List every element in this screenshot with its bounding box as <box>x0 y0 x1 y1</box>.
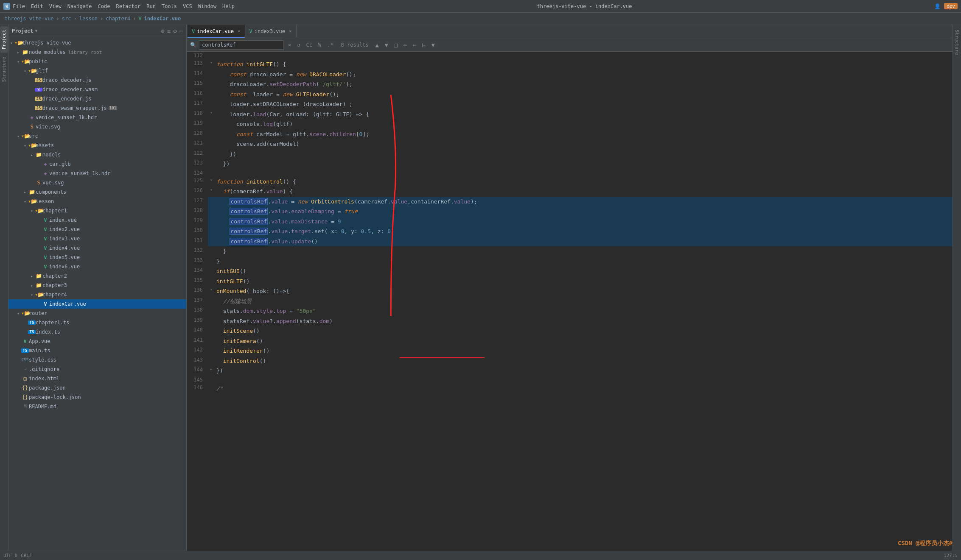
code-content-146[interactable]: /* <box>215 384 953 394</box>
tree-item-router[interactable]: ▾▾📂router <box>8 309 186 318</box>
code-content-135[interactable]: initGLTF() <box>215 276 953 287</box>
menu-item-file[interactable]: File <box>13 3 25 9</box>
menu-item-run[interactable]: Run <box>146 3 156 9</box>
tree-item-app_vue[interactable]: VApp.vue <box>8 337 186 346</box>
fold-col-126[interactable]: ▾ <box>208 187 215 197</box>
code-content-121[interactable]: scene.add(carModel) <box>215 139 953 149</box>
code-content-143[interactable]: initControl() <box>215 356 953 366</box>
menu-item-navigate[interactable]: Navigate <box>67 3 92 9</box>
code-content-138[interactable]: stats.dom.style.top = "50px" <box>215 306 953 316</box>
search-filter2-button[interactable]: ⇐ <box>410 41 419 49</box>
tree-item-node_modules[interactable]: ▸📁node_moduleslibrary root <box>8 47 186 57</box>
code-content-139[interactable]: statsRef.value?.append(stats.dom) <box>215 316 953 326</box>
search-case-button[interactable]: Cc <box>304 41 314 49</box>
project-tab[interactable]: Project <box>0 26 8 53</box>
tree-item-vite_svg[interactable]: Svite.svg <box>8 122 186 131</box>
fold-col-144[interactable]: ▸ <box>208 366 215 376</box>
menu-item-tools[interactable]: Tools <box>162 3 177 9</box>
code-content-113[interactable]: function initGLTF() { <box>215 59 953 70</box>
sidebar-icon-locate[interactable]: ⊕ <box>161 28 164 34</box>
code-content-145[interactable] <box>215 376 953 384</box>
tree-item-index6[interactable]: Vindex6.vue <box>8 262 186 271</box>
search-nav[interactable]: ▲ ▼ □ ⇔ ⇐ ⊢ ▼ <box>373 41 437 49</box>
tab-index3[interactable]: V index3.vue × <box>245 25 297 38</box>
user-icon[interactable]: 👤 <box>934 3 941 9</box>
code-content-115[interactable]: dracoLoader.setDecoderPath('/gltf/'); <box>215 79 953 89</box>
tree-item-components[interactable]: ▸📁components <box>8 187 186 197</box>
tree-item-gltf[interactable]: ▾▾📂gltf <box>8 66 186 75</box>
search-regex-button[interactable]: ↺ <box>295 41 302 49</box>
tree-item-chapter3[interactable]: ▸📁chapter3 <box>8 281 186 290</box>
search-clear-button[interactable]: ✕ <box>286 41 293 49</box>
tree-item-assets[interactable]: ▾▾📂assets <box>8 141 186 150</box>
search-input[interactable] <box>199 40 284 50</box>
code-content-144[interactable]: }) <box>215 366 953 376</box>
search-filter3-button[interactable]: ⊢ <box>420 41 428 49</box>
tree-item-draco_encoder_js[interactable]: JSdraco_encoder.js <box>8 94 186 103</box>
code-content-116[interactable]: const loader = new GLTFLoader(); <box>215 89 953 100</box>
breadcrumb-part-4[interactable]: chapter4 <box>106 16 130 22</box>
breadcrumb-part-5[interactable]: indexCar.vue <box>144 16 181 22</box>
tree-item-chapter2[interactable]: ▸📁chapter2 <box>8 271 186 281</box>
tree-item-venice_1k_hdr[interactable]: ◈venice_sunset_1k.hdr <box>8 169 186 178</box>
code-content-126[interactable]: if(cameraRef.value) { <box>215 187 953 197</box>
tree-item-index1[interactable]: Vindex.vue <box>8 215 186 225</box>
menu-item-window[interactable]: Window <box>198 3 216 9</box>
code-content-137[interactable]: //创建场景 <box>215 296 953 306</box>
tree-item-package_json[interactable]: {}package.json <box>8 383 186 393</box>
code-content-132[interactable]: } <box>215 246 953 256</box>
menu-item-view[interactable]: View <box>49 3 62 9</box>
code-content-123[interactable]: }) <box>215 159 953 169</box>
tree-item-car_glb[interactable]: ◈car.glb <box>8 159 186 169</box>
tree-item-root[interactable]: ▾▾📂threejs-vite-vue <box>8 38 186 47</box>
tab-indexcar[interactable]: V indexCar.vue × <box>188 25 245 38</box>
code-content-141[interactable]: initCamera() <box>215 336 953 346</box>
breadcrumb-part-2[interactable]: src <box>62 16 71 22</box>
code-content-117[interactable]: loader.setDRACOLoader (dracoLoader) ; <box>215 99 953 109</box>
sidebar-icon-settings[interactable]: ⚙ <box>173 28 177 34</box>
sidebar-icon-collapse[interactable]: ≡ <box>167 28 171 34</box>
breadcrumb-part-3[interactable]: lesson <box>79 16 98 22</box>
tree-item-index3[interactable]: Vindex3.vue <box>8 234 186 243</box>
menu-bar[interactable]: FileEditViewNavigateCodeRefactorRunTools… <box>13 3 235 9</box>
code-content-127[interactable]: controlsRef.value = new OrbitControls(ca… <box>215 197 953 207</box>
breadcrumb-part-1[interactable]: threejs-vite-vue <box>5 16 54 22</box>
tree-item-chapter1_ts[interactable]: TSchapter1.ts <box>8 318 186 327</box>
search-next-button[interactable]: ▼ <box>382 41 391 49</box>
tree-item-models[interactable]: ▸📁models <box>8 150 186 159</box>
search-word-button[interactable]: W <box>317 41 323 49</box>
menu-item-refactor[interactable]: Refactor <box>116 3 140 9</box>
structure-tab-left[interactable]: Structure <box>0 53 8 86</box>
structure-tab-right[interactable]: Structure <box>953 26 961 59</box>
search-view-button[interactable]: □ <box>392 41 400 49</box>
search-prev-button[interactable]: ▲ <box>373 41 381 49</box>
tree-item-venice_sunset_hdr[interactable]: ◈venice_sunset_1k.hdr <box>8 113 186 122</box>
tree-item-indexcar_vue[interactable]: VindexCar.vue <box>8 299 186 309</box>
fold-col-118[interactable]: ▾ <box>208 109 215 120</box>
code-content-136[interactable]: onMounted( hook: ()=>{ <box>215 286 953 296</box>
code-editor[interactable]: 112113▾function initGLTF() {114 const dr… <box>187 52 953 560</box>
search-filter4-button[interactable]: ▼ <box>429 41 437 49</box>
menu-item-edit[interactable]: Edit <box>31 3 43 9</box>
tree-item-lesson[interactable]: ▾▾📂lesson <box>8 197 186 206</box>
fold-col-113[interactable]: ▾ <box>208 59 215 70</box>
tree-item-readme[interactable]: MREADME.md <box>8 402 186 411</box>
tree-item-index2[interactable]: Vindex2.vue <box>8 225 186 234</box>
code-content-122[interactable]: }) <box>215 149 953 159</box>
tree-item-gitignore[interactable]: ·.gitignore <box>8 365 186 374</box>
tree-item-draco_decoder_js[interactable]: JSdraco_decoder.js <box>8 75 186 85</box>
code-content-129[interactable]: controlsRef.value.maxDistance = 9 <box>215 217 953 227</box>
code-content-112[interactable] <box>215 52 953 59</box>
tree-item-index4[interactable]: Vindex4.vue <box>8 243 186 253</box>
code-content-125[interactable]: function initControl() { <box>215 177 953 187</box>
menu-item-vcs[interactable]: VCS <box>183 3 192 9</box>
code-content-119[interactable]: console.log(gltf) <box>215 119 953 129</box>
code-content-133[interactable]: } <box>215 256 953 267</box>
tab-close-indexcar[interactable]: × <box>238 28 241 34</box>
tree-item-public[interactable]: ▾▾📂public <box>8 57 186 66</box>
code-content-114[interactable]: const dracoLoader = new DRACOLoader(); <box>215 70 953 80</box>
tree-item-style_css[interactable]: CSSstyle.css <box>8 355 186 365</box>
code-content-142[interactable]: initRenderer() <box>215 346 953 356</box>
fold-col-125[interactable]: ▾ <box>208 177 215 187</box>
search-filter1-button[interactable]: ⇔ <box>401 41 409 49</box>
